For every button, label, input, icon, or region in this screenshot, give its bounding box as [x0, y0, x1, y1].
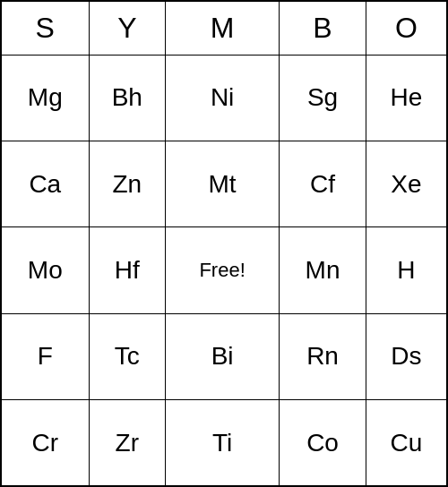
bingo-cell-1-1[interactable]: Zn	[89, 141, 166, 226]
bingo-row-4: CrZrTiCoCu	[1, 400, 447, 486]
bingo-cell-3-3[interactable]: Rn	[280, 313, 366, 399]
bingo-cell-2-4[interactable]: H	[366, 227, 447, 313]
bingo-cell-2-1[interactable]: Hf	[89, 227, 166, 313]
bingo-cell-1-0[interactable]: Ca	[1, 141, 89, 226]
bingo-row-3: FTcBiRnDs	[1, 313, 447, 399]
bingo-cell-0-1[interactable]: Bh	[89, 55, 166, 141]
bingo-cell-0-2[interactable]: Ni	[166, 55, 280, 141]
bingo-cell-4-0[interactable]: Cr	[1, 400, 89, 486]
header-col-b: B	[280, 1, 366, 55]
header-col-m: M	[166, 1, 280, 55]
bingo-cell-4-3[interactable]: Co	[280, 400, 366, 486]
bingo-cell-0-0[interactable]: Mg	[1, 55, 89, 141]
bingo-board: SYMBO MgBhNiSgHeCaZnMtCfXeMoHfFree!MnHFT…	[0, 0, 448, 487]
bingo-cell-3-0[interactable]: F	[1, 313, 89, 399]
bingo-cell-3-4[interactable]: Ds	[366, 313, 447, 399]
header-col-s: S	[1, 1, 89, 55]
bingo-cell-2-3[interactable]: Mn	[280, 227, 366, 313]
bingo-cell-0-4[interactable]: He	[366, 55, 447, 141]
header-col-y: Y	[89, 1, 166, 55]
bingo-row-2: MoHfFree!MnH	[1, 227, 447, 313]
bingo-cell-4-2[interactable]: Ti	[166, 400, 280, 486]
header-col-o: O	[366, 1, 447, 55]
bingo-cell-4-1[interactable]: Zr	[89, 400, 166, 486]
bingo-cell-1-4[interactable]: Xe	[366, 141, 447, 226]
bingo-cell-1-2[interactable]: Mt	[166, 141, 280, 226]
bingo-cell-2-0[interactable]: Mo	[1, 227, 89, 313]
bingo-cell-3-1[interactable]: Tc	[89, 313, 166, 399]
bingo-cell-3-2[interactable]: Bi	[166, 313, 280, 399]
bingo-cell-2-2[interactable]: Free!	[166, 227, 280, 313]
bingo-cell-1-3[interactable]: Cf	[280, 141, 366, 226]
bingo-cell-4-4[interactable]: Cu	[366, 400, 447, 486]
bingo-cell-0-3[interactable]: Sg	[280, 55, 366, 141]
bingo-row-0: MgBhNiSgHe	[1, 55, 447, 141]
bingo-row-1: CaZnMtCfXe	[1, 141, 447, 226]
header-row: SYMBO	[1, 1, 447, 55]
